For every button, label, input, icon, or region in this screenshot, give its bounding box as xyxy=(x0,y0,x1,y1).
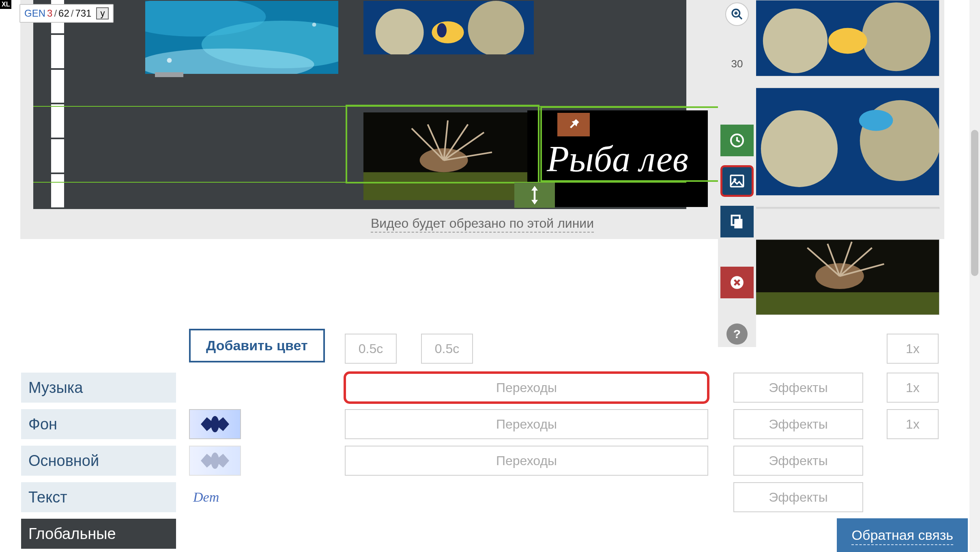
clip-coral-top[interactable] xyxy=(363,0,535,55)
help-button[interactable]: ? xyxy=(726,323,748,345)
crop-notice-bar: Видео будет обрезано по этой линии xyxy=(20,209,944,239)
svg-point-32 xyxy=(862,2,931,71)
layer-bg[interactable]: Фон xyxy=(21,409,176,439)
svg-point-33 xyxy=(828,28,867,54)
thumb-2[interactable] xyxy=(750,88,939,196)
gen-slash-1: / xyxy=(54,8,57,19)
transition-bg[interactable]: Переходы xyxy=(345,373,708,403)
speed-main[interactable]: 1x xyxy=(887,409,939,439)
layer-main[interactable]: Основной xyxy=(21,446,176,476)
swatch-column: Dem xyxy=(189,373,254,512)
duration-top-row: 0.5с 0.5с xyxy=(345,334,473,364)
delete-button[interactable] xyxy=(720,267,754,298)
stage: Рыба лев xyxy=(33,0,686,209)
gen-n2: 62 xyxy=(58,8,69,19)
gen-y-button[interactable]: y xyxy=(96,7,109,19)
svg-point-9 xyxy=(432,21,464,43)
svg-rect-27 xyxy=(734,219,742,228)
clip-scroll-nub[interactable] xyxy=(155,72,183,77)
layer-list: Музыка Фон Основной Текст Глобальные xyxy=(21,373,176,549)
duration-b[interactable]: 0.5с xyxy=(421,334,473,364)
duration-button[interactable] xyxy=(720,125,754,156)
svg-point-37 xyxy=(859,110,893,131)
clip-ocean[interactable] xyxy=(144,0,339,75)
vertical-toolbar: 30 ? xyxy=(718,0,756,347)
speed-column: 1x 1x xyxy=(887,373,939,439)
effects-main[interactable]: Эффекты xyxy=(733,409,863,439)
feedback-button[interactable]: Обратная связь xyxy=(837,518,968,552)
transition-column: Переходы Переходы Переходы xyxy=(345,373,718,476)
filmstrip-left xyxy=(51,0,64,209)
svg-point-5 xyxy=(312,23,316,27)
guide-line-top xyxy=(33,106,686,107)
swatch-text[interactable]: Dem xyxy=(189,482,241,512)
svg-point-7 xyxy=(376,9,424,54)
add-color-button[interactable]: Добавить цвет xyxy=(189,329,325,362)
swatch-bg[interactable] xyxy=(189,409,241,439)
crop-notice-text: Видео будет обрезано по этой линии xyxy=(371,216,594,233)
gen-n1: 3 xyxy=(47,8,52,19)
title-text: Рыба лев xyxy=(547,138,688,180)
thumbnail-rail xyxy=(750,0,939,315)
resize-handle[interactable] xyxy=(514,183,555,208)
layer-text[interactable]: Текст xyxy=(21,482,176,512)
copy-button[interactable] xyxy=(720,206,754,237)
speed-top: 1x xyxy=(887,334,939,364)
effects-global[interactable]: Эффекты xyxy=(733,482,863,512)
svg-point-35 xyxy=(761,110,838,187)
feedback-label: Обратная связь xyxy=(851,527,953,545)
breakpoint-badge: XL xyxy=(0,0,11,9)
editor-canvas: Рыба лев 30 xyxy=(20,0,944,239)
svg-point-47 xyxy=(211,416,219,432)
layer-music[interactable]: Музыка xyxy=(21,373,176,403)
gen-n3: 731 xyxy=(75,8,91,19)
editor-area[interactable]: Рыба лев 30 xyxy=(20,0,944,209)
speed-bg[interactable]: 1x xyxy=(887,373,939,403)
transition-text[interactable]: Переходы xyxy=(345,446,708,476)
effects-text[interactable]: Эффекты xyxy=(733,446,863,476)
clip-lionfish[interactable] xyxy=(363,112,535,201)
layer-global[interactable]: Глобальные xyxy=(21,519,176,549)
svg-point-8 xyxy=(468,1,524,54)
thumb-1[interactable] xyxy=(750,0,939,76)
svg-point-10 xyxy=(437,23,447,37)
pin-button[interactable] xyxy=(557,113,590,136)
swatch-main[interactable] xyxy=(189,446,241,476)
zoom-in-button[interactable] xyxy=(725,2,749,26)
svg-line-21 xyxy=(739,16,742,19)
effects-column: Эффекты Эффекты Эффекты Эффекты xyxy=(733,373,863,512)
gen-slash-2: / xyxy=(71,8,74,19)
duration-a[interactable]: 0.5с xyxy=(345,334,397,364)
speed-music[interactable]: 1x xyxy=(887,334,939,364)
gen-label: GEN xyxy=(24,8,45,19)
svg-rect-40 xyxy=(751,292,939,315)
image-button[interactable] xyxy=(720,165,754,197)
zoom-value: 30 xyxy=(731,58,743,70)
effects-bg[interactable]: Эффекты xyxy=(733,373,863,403)
svg-rect-12 xyxy=(363,172,534,200)
svg-point-4 xyxy=(167,58,172,63)
svg-point-48 xyxy=(211,453,219,469)
scrollbar-thumb[interactable] xyxy=(971,130,978,276)
transition-main[interactable]: Переходы xyxy=(345,409,708,439)
scrollbar[interactable] xyxy=(969,0,980,552)
gen-indicator: GEN 3 / 62 / 731 y xyxy=(19,4,114,23)
svg-point-31 xyxy=(763,9,827,73)
